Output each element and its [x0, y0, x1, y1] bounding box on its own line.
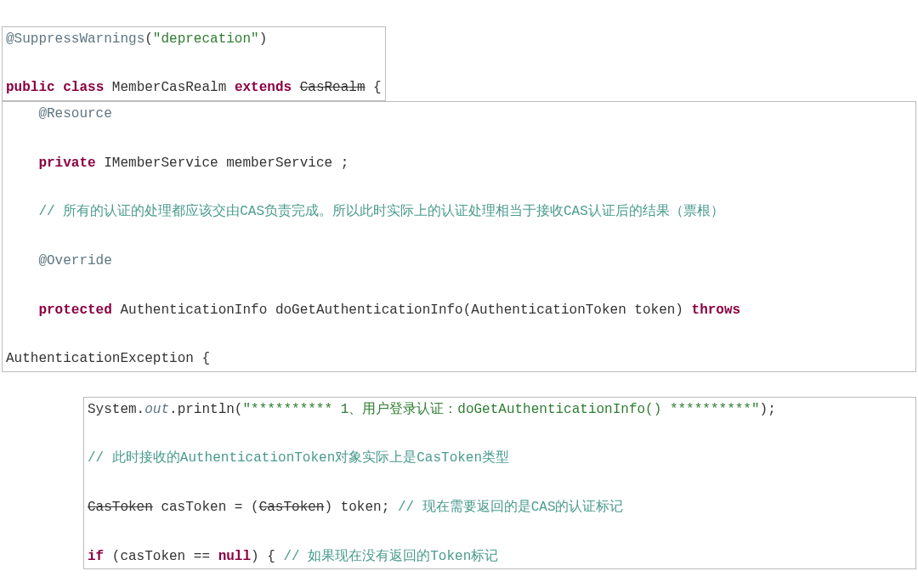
comment-castoken-type: // 此时接收的AuthenticationToken对象实际上是CasToke… — [88, 450, 509, 466]
method-dogetauth: doGetAuthenticationInfo(AuthenticationTo… — [275, 302, 683, 318]
castoken-end: ) token; — [324, 500, 397, 515]
type-imemberservice: IMemberService — [104, 155, 218, 171]
castoken-cast: CasToken — [259, 500, 325, 515]
type-authinfo: AuthenticationInfo — [120, 302, 267, 318]
comment-no-token: // 如果现在没有返回的Token标记 — [283, 549, 498, 564]
annotation-suppress-arg: ("deprecation") — [144, 31, 267, 47]
code-box-2: @Resource private IMemberService memberS… — [2, 101, 916, 372]
if-brace-1: ) { — [251, 549, 283, 564]
annotation-override: @Override — [38, 253, 111, 269]
sysout-println: .println( — [169, 402, 242, 417]
annotation-resource: @Resource — [38, 106, 111, 122]
kw-public: public — [6, 80, 55, 95]
class-name: MemberCasRealm — [112, 80, 226, 95]
sysout-prefix: System. — [88, 402, 144, 417]
code-box-1: @SuppressWarnings("deprecation") public … — [2, 26, 386, 101]
brace-open: { — [366, 80, 382, 95]
if-condition-1: (casToken == — [104, 549, 218, 564]
code-block: @SuppressWarnings("deprecation") public … — [2, 2, 916, 588]
annotation-suppress: @SuppressWarnings — [6, 31, 144, 47]
kw-protected: protected — [38, 302, 111, 318]
field-memberservice: memberService ; — [226, 155, 348, 171]
kw-throws: throws — [692, 302, 741, 318]
castoken-var: casToken = ( — [153, 500, 259, 515]
kw-if-1: if — [88, 549, 104, 564]
kw-null-1: null — [218, 549, 251, 564]
comment-auth-delegate: // 所有的认证的处理都应该交由CAS负责完成。所以此时实际上的认证处理相当于接… — [38, 204, 723, 219]
sysout-string: "********** 1、用户登录认证：doGetAuthentication… — [242, 402, 759, 417]
exception-type: AuthenticationException { — [6, 351, 210, 366]
sysout-end: ); — [760, 402, 776, 417]
kw-extends: extends — [235, 80, 292, 95]
code-box-3: System.out.println("********** 1、用户登录认证：… — [83, 397, 916, 570]
castoken-type: CasToken — [88, 500, 153, 515]
sysout-out: out — [144, 402, 169, 417]
comment-cas-marker: // 现在需要返回的是CAS的认证标记 — [398, 500, 624, 515]
super-class: CasRealm — [300, 80, 366, 95]
kw-private: private — [38, 155, 95, 171]
kw-class: class — [63, 80, 104, 95]
